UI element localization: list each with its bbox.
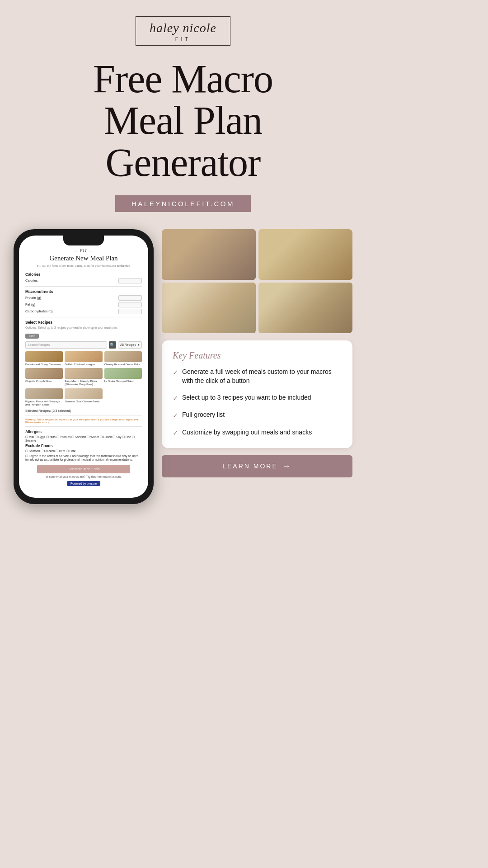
phone-carbs-row: Carbohydrates (g) bbox=[25, 309, 142, 314]
phone-macros-label: Macronutrients bbox=[25, 289, 142, 294]
phone-outer: — FIT — Generate New Meal Plan Fill out … bbox=[14, 229, 154, 504]
phone-dropdown-label: All Recipes bbox=[120, 343, 136, 346]
phone-fat-label: Fat (g) bbox=[25, 302, 35, 307]
phone-calories-field-label: Calories bbox=[25, 278, 38, 283]
check-icon-3: ✓ bbox=[173, 410, 178, 420]
phone-carbs-input[interactable] bbox=[118, 309, 142, 314]
feature-text-2: Select up to 3 recipes you want to be in… bbox=[182, 393, 311, 402]
recipe-thumb-1 bbox=[25, 351, 63, 362]
phone-protein-label: Protein (g) bbox=[25, 296, 41, 300]
food-photo-chickpeas bbox=[162, 229, 256, 280]
feature-item-1: ✓ Generate a full week of meals custom t… bbox=[173, 367, 342, 386]
phone-powered-badge: Powered by prospre bbox=[67, 481, 100, 486]
headline-line2: Meal Plan bbox=[93, 100, 273, 142]
phone-notch bbox=[63, 236, 104, 245]
phone-search-icon[interactable]: 🔍 bbox=[109, 341, 116, 349]
phone-recipes-label: Select Recipes bbox=[25, 320, 142, 325]
phone-carbs-label: Carbohydrates (g) bbox=[25, 309, 52, 313]
feature-item-3: ✓ Full grocery list bbox=[173, 410, 342, 420]
list-item: Rigatoni Pasta with Sausage and Pumpkin … bbox=[25, 388, 63, 406]
learn-more-label: LEARN MORE bbox=[222, 462, 278, 470]
url-badge: HALEYNICOLEFIT.COM bbox=[115, 195, 251, 212]
phone-protein-row: Protein (g) bbox=[25, 295, 142, 301]
phone-divider-3 bbox=[25, 415, 142, 415]
check-icon-2: ✓ bbox=[173, 393, 178, 403]
headline: Free Macro Meal Plan Generator bbox=[75, 58, 291, 184]
features-card: Key Features ✓ Generate a full week of m… bbox=[162, 340, 352, 448]
recipe-thumb-7 bbox=[25, 388, 63, 399]
food-photo-salad bbox=[162, 283, 256, 333]
recipe-thumb-8 bbox=[65, 388, 102, 399]
phone-allergies-items: ☐ Milk ☐ Eggs ☐ Nuts ☐ Peanuts ☐ Shellfi… bbox=[25, 435, 142, 442]
recipe-name-5: Easy Macro Friendly Pizza (10-minute, Da… bbox=[65, 380, 102, 386]
feature-text-3: Full grocery list bbox=[182, 410, 225, 419]
recipe-name-3: Cheesy Rice and Beans Bake bbox=[104, 363, 142, 366]
recipe-name-7: Rigatoni Pasta with Sausage and Pumpkin … bbox=[25, 400, 63, 406]
recipe-name-4: Chipotle Crunch Wrap bbox=[25, 380, 63, 383]
right-column: Key Features ✓ Generate a full week of m… bbox=[162, 229, 352, 477]
phone-fat-input[interactable] bbox=[118, 302, 142, 307]
feature-text-1: Generate a full week of meals custom to … bbox=[182, 367, 342, 386]
phone-wrapper: — FIT — Generate New Meal Plan Fill out … bbox=[14, 229, 154, 504]
phone-warning: Warning: These recipes will show up in y… bbox=[25, 418, 142, 424]
phone-subtitle: Fill out the form below to get a meal pl… bbox=[25, 264, 142, 268]
list-item: Cheesy Rice and Beans Bake bbox=[104, 351, 142, 366]
phone-screen: — FIT — Generate New Meal Plan Fill out … bbox=[19, 236, 148, 498]
phone-protein-input[interactable] bbox=[118, 295, 142, 301]
logo-script: haley nicole bbox=[150, 21, 216, 35]
list-item: Easy Macro Friendly Pizza (10-minute, Da… bbox=[65, 368, 102, 386]
feature-text-4: Customize by swapping out meals and snac… bbox=[182, 428, 312, 437]
phone-logo-area: — FIT — bbox=[25, 248, 142, 253]
phone-exclude-label: Exclude Foods bbox=[25, 443, 142, 448]
list-item: Summer Goat Cheese Pasta bbox=[65, 388, 102, 406]
phone-calories-input[interactable] bbox=[118, 278, 142, 283]
phone-divider-2 bbox=[25, 317, 142, 317]
list-item: La Scala Chopped Salad bbox=[104, 368, 142, 386]
feature-item-4: ✓ Customize by swapping out meals and sn… bbox=[173, 428, 342, 438]
phone-selected-row: Selected Recipes: (0/3 selected) bbox=[25, 409, 142, 412]
phone-calories-label: Calories bbox=[25, 272, 142, 277]
recipe-thumb-3 bbox=[104, 351, 142, 362]
phone-terms-text: ☐ I agree to the Terms of Service. I ack… bbox=[25, 454, 142, 461]
list-item: Chipotle Crunch Wrap bbox=[25, 368, 63, 386]
recipe-thumb-4 bbox=[25, 368, 63, 379]
check-icon-4: ✓ bbox=[173, 428, 178, 438]
phone-search-box[interactable]: Search Recipes bbox=[25, 341, 107, 349]
recipe-name-6: La Scala Chopped Salad bbox=[104, 380, 142, 383]
phone-powered-area: Powered by prospre bbox=[25, 481, 142, 486]
phone-generate-button[interactable]: Generate Meal Plan bbox=[37, 465, 130, 473]
phone-hide-button[interactable]: Hide bbox=[25, 334, 39, 339]
phone-recipe-grid: Biscuits and Gravy Casserole Buffalo Chi… bbox=[25, 351, 142, 406]
food-photo-grid bbox=[162, 229, 352, 333]
phone-title: Generate New Meal Plan bbox=[25, 255, 142, 262]
recipe-name-2: Buffalo Chicken Lasagna bbox=[65, 363, 102, 366]
phone-search-placeholder: Search Recipes bbox=[28, 343, 50, 346]
phone-fat-row: Fat (g) bbox=[25, 302, 142, 307]
learn-more-button[interactable]: LEARN MORE → bbox=[162, 455, 352, 477]
phone-calories-row: Calories bbox=[25, 278, 142, 283]
phone-allergies-label: Allergies bbox=[25, 429, 142, 434]
phone-search-row: Search Recipes 🔍 All Recipes ▾ bbox=[25, 341, 142, 349]
recipe-thumb-6 bbox=[104, 368, 142, 379]
recipe-thumb-5 bbox=[65, 368, 102, 379]
recipe-thumb-2 bbox=[65, 351, 102, 362]
phone-dropdown-arrow: ▾ bbox=[138, 343, 140, 347]
recipe-name-1: Biscuits and Gravy Casserole bbox=[25, 363, 63, 366]
feature-item-2: ✓ Select up to 3 recipes you want to be … bbox=[173, 393, 342, 403]
features-title: Key Features bbox=[173, 350, 342, 361]
phone-exclude-items: ☐ Seafood ☐ Chicken ☐ Beef ☐ Pork bbox=[25, 449, 142, 453]
food-photo-meatballs bbox=[258, 283, 352, 333]
headline-line1: Free Macro bbox=[93, 58, 273, 100]
recipe-name-8: Summer Goat Cheese Pasta bbox=[65, 400, 102, 403]
phone-divider-4 bbox=[25, 426, 142, 427]
phone-dropdown[interactable]: All Recipes ▾ bbox=[118, 341, 142, 349]
check-icon-1: ✓ bbox=[173, 368, 178, 377]
learn-more-arrow-icon: → bbox=[282, 462, 292, 471]
phone-divider-1 bbox=[25, 286, 142, 287]
phone-footer-text: ot sure what your macros are? Try this f… bbox=[25, 475, 142, 478]
phone-recipes-subtext: Optional: Select up to 3 recipes you wan… bbox=[25, 326, 142, 329]
logo-container: haley nicole FIT bbox=[136, 16, 230, 46]
list-item: Buffalo Chicken Lasagna bbox=[65, 351, 102, 366]
food-photo-casserole bbox=[258, 229, 352, 280]
list-item: Biscuits and Gravy Casserole bbox=[25, 351, 63, 366]
